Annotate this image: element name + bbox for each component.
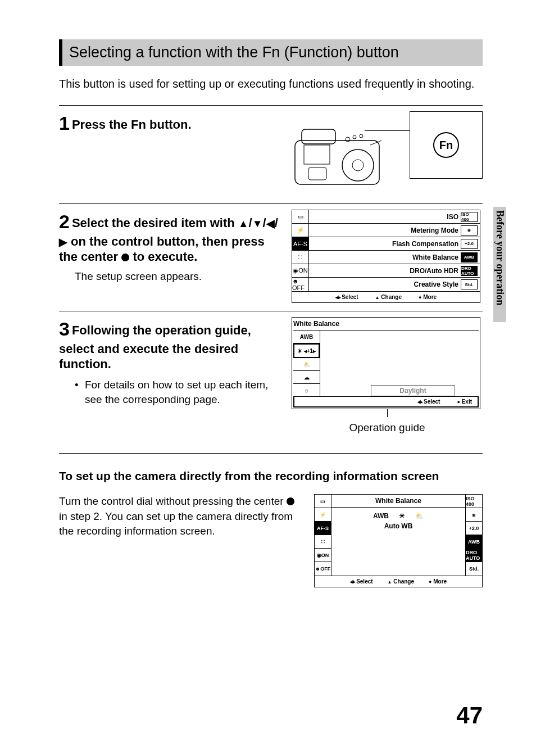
rec-center-title: White Balance [331,497,465,508]
smile-shutter-icon: ☻OFF [292,278,308,291]
metering-badge: ◙ [466,508,482,522]
intro-paragraph: This button is used for setting up or ex… [59,76,483,92]
section-title: Selecting a function with the Fn (Functi… [69,44,476,61]
change-hint: Change [388,578,414,585]
af-mode-icon: AF-S [292,237,308,251]
arrow-down-icon: ▼ [252,218,263,229]
svg-point-2 [342,150,374,181]
fn-row-flash-comp: Flash Compensation+2.0 [309,237,480,251]
face-detect-icon: ◉ON [315,549,331,562]
operation-guide-label: Operation guide [292,422,483,434]
fn-row-creative-style: Creative StyleStd. [309,278,480,291]
step-1: 1Press the Fn button. Fn [59,105,483,203]
camera-illustration: Fn [292,111,483,196]
exit-hint: Exit [457,399,472,405]
fn-menu-left-column: ▭ ⚡ AF-S ⸬ ◉ON ☻OFF [292,210,309,291]
svg-point-4 [346,137,350,142]
fn-row-white-balance: White BalanceAWB [309,251,480,264]
more-hint: More [429,578,447,585]
section-header: Selecting a function with the Fn (Functi… [59,39,483,66]
iso-badge: ISO 400 [466,495,482,508]
step-1-heading: 1Press the Fn button. [59,111,284,135]
wb-option-daylight: ☀ ◂+1▸ [293,343,320,358]
svg-point-3 [352,160,364,171]
more-hint: More [419,294,437,300]
step-3-number: 3 [59,318,70,339]
side-tab-label: Before your operation [494,210,506,305]
wb-option-cloudy: ☁ [293,371,320,384]
camera-icon [292,123,393,190]
rec-center-row: AWB ☀ ⛅ [331,508,465,522]
step-3-bullet: For details on how to set up each item, … [75,378,284,408]
rec-center-sub: Auto WB [331,522,465,530]
wb-tooltip: Daylight [371,385,455,396]
step-3: 3Following the operation guide, select a… [59,311,483,442]
recording-info-screen: ▭ ⚡ AF-S ⸬ ◉ON ☻OFF White Balance AWB ☀ … [314,494,483,587]
select-hint: Select [350,578,373,585]
step-1-number: 1 [59,112,70,134]
svg-point-6 [360,134,363,138]
shade-icon: ⛅ [415,512,424,520]
page-number: 47 [456,702,483,729]
step-2-body: The setup screen appears. [75,269,284,284]
af-area-icon: ⸬ [292,251,308,264]
wb-option-incandescent: ☼ [293,384,320,396]
subsection: To set up the camera directly from the r… [59,453,483,587]
arrow-left-icon: ◀ [266,218,275,229]
wb-title: White Balance [292,318,480,328]
svg-rect-7 [304,145,330,164]
select-hint: Select [417,399,440,405]
subsection-text: Turn the control dial without pressing t… [59,494,296,587]
op-guide-leader-line [387,409,388,417]
svg-point-5 [353,135,356,139]
wb-footer: Select Exit [293,396,479,408]
drive-mode-icon: ▭ [315,495,331,508]
step-2-number: 2 [59,211,70,232]
creative-style-badge: Std. [466,562,482,576]
step-2-heading: 2Select the desired item with ▲/▼/◀/▶ on… [59,210,284,265]
subsection-heading: To set up the camera directly from the r… [59,469,483,483]
svg-rect-8 [308,168,326,180]
af-area-icon: ⸬ [315,535,331,549]
flash-icon: ⚡ [315,508,331,522]
step-3-heading: 3Following the operation guide, select a… [59,317,284,372]
dro-badge: DRO AUTO [466,549,482,562]
select-hint: Select [335,294,358,300]
svg-rect-0 [295,141,379,184]
rec-footer: Select Change More [315,576,482,587]
fn-menu-screen: ▭ ⚡ AF-S ⸬ ◉ON ☻OFF ISOISO 400 Metering … [292,210,480,303]
callout-line [365,130,410,131]
white-balance-screen: White Balance AWB ☀ ◂+1▸ ⛅ ☁ ☼ Daylight … [292,317,480,409]
arrow-up-icon: ▲ [238,218,249,229]
center-dot-icon [287,497,294,505]
svg-rect-1 [302,129,335,144]
fn-callout-box: Fn [410,111,483,179]
change-hint: Change [375,294,402,300]
smile-shutter-icon: ☻OFF [315,562,331,576]
fn-button-icon: Fn [433,132,459,158]
wb-option-awb: AWB [293,331,320,343]
awb-badge: AWB [466,535,482,549]
arrow-right-icon: ▶ [59,236,67,248]
af-mode-icon: AF-S [315,522,331,535]
wb-option-shade: ⛅ [293,358,320,371]
fn-row-iso: ISOISO 400 [309,210,480,224]
flash-comp-badge: +2.0 [466,522,482,535]
sun-icon: ☀ [399,512,405,520]
center-dot-icon [121,253,129,261]
face-detect-icon: ◉ON [292,264,308,278]
step-2: 2Select the desired item with ▲/▼/◀/▶ on… [59,203,483,311]
fn-row-dro: DRO/Auto HDRDRO AUTO [309,264,480,278]
fn-menu-footer: Select Change More [292,291,480,302]
flash-icon: ⚡ [292,224,308,237]
fn-row-metering: Metering Mode◙ [309,224,480,237]
drive-mode-icon: ▭ [292,210,308,224]
